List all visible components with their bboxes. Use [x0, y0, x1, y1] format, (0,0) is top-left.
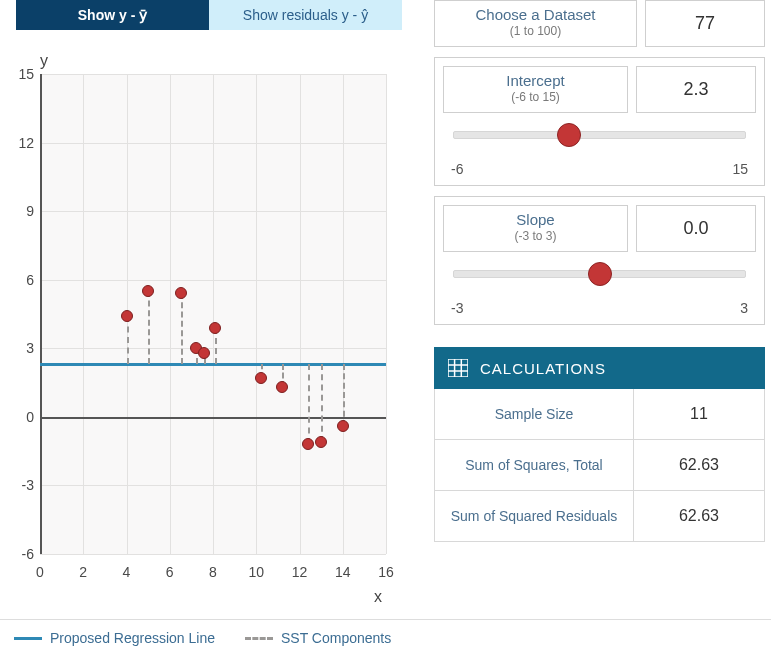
y-tick-label: 12 — [4, 135, 34, 151]
chart-legend: Proposed Regression Line SST Components — [0, 619, 771, 648]
x-tick-label: 14 — [328, 564, 358, 580]
x-tick-label: 12 — [285, 564, 315, 580]
calc-row: Sample Size11 — [435, 389, 764, 439]
sst-component — [181, 293, 183, 364]
dataset-range: (1 to 100) — [439, 24, 632, 38]
legend-line-solid-icon — [14, 637, 42, 640]
calculations-title: CALCULATIONS — [480, 360, 606, 377]
chart-wrap: y x -6-303691215 0246810121416 — [0, 34, 400, 594]
y-tick-label: -3 — [4, 477, 34, 493]
slope-label-text: Slope — [448, 211, 623, 228]
data-point — [337, 420, 349, 432]
y-tick-label: 3 — [4, 340, 34, 356]
x-tick-label: 16 — [371, 564, 401, 580]
x-tick-label: 0 — [25, 564, 55, 580]
data-point — [315, 436, 327, 448]
calc-row-value: 62.63 — [634, 491, 764, 541]
sst-component — [148, 291, 150, 364]
slope-min: -3 — [451, 300, 463, 316]
legend-sst: SST Components — [245, 630, 391, 646]
calculations-section: CALCULATIONS Sample Size11Sum of Squares… — [434, 335, 765, 542]
data-point — [276, 381, 288, 393]
data-point — [142, 285, 154, 297]
y-tick-label: -6 — [4, 546, 34, 562]
x-tick-label: 2 — [68, 564, 98, 580]
calc-row-value: 11 — [634, 389, 764, 439]
dataset-value[interactable]: 77 — [645, 0, 765, 47]
x-tick-label: 6 — [155, 564, 185, 580]
slope-slider-thumb[interactable] — [588, 262, 612, 286]
calculations-header: CALCULATIONS — [434, 347, 765, 389]
chart-mode-tabs: Show y - ȳ Show residuals y - ŷ — [16, 0, 402, 30]
data-point — [209, 322, 221, 334]
dataset-label-text: Choose a Dataset — [439, 6, 632, 23]
intercept-label-text: Intercept — [448, 72, 623, 89]
intercept-range: (-6 to 15) — [448, 90, 623, 104]
slope-control: Slope (-3 to 3) 0.0 -3 3 — [434, 196, 765, 325]
calc-row-label: Sum of Squared Residuals — [435, 491, 634, 541]
right-panel: Choose a Dataset (1 to 100) 77 Intercept… — [420, 0, 771, 648]
slope-max: 3 — [740, 300, 748, 316]
y-axis-title: y — [40, 52, 48, 70]
data-point — [198, 347, 210, 359]
regression-line — [40, 363, 386, 366]
legend-proposed-line: Proposed Regression Line — [14, 630, 215, 646]
x-axis-title: x — [374, 588, 382, 606]
y-tick-label: 15 — [4, 66, 34, 82]
intercept-max: 15 — [732, 161, 748, 177]
intercept-min: -6 — [451, 161, 463, 177]
calc-row-label: Sum of Squares, Total — [435, 440, 634, 490]
intercept-slider[interactable] — [453, 121, 746, 161]
dataset-label: Choose a Dataset (1 to 100) — [434, 0, 637, 47]
intercept-label: Intercept (-6 to 15) — [443, 66, 628, 113]
intercept-control: Intercept (-6 to 15) 2.3 -6 15 — [434, 57, 765, 186]
scatter-chart: y x -6-303691215 0246810121416 — [0, 34, 400, 594]
sst-component — [308, 364, 310, 444]
slope-value[interactable]: 0.0 — [636, 205, 756, 252]
data-point — [175, 287, 187, 299]
data-point — [255, 372, 267, 384]
x-tick-label: 10 — [241, 564, 271, 580]
tab-show-y-minus-ybar[interactable]: Show y - ȳ — [16, 0, 209, 30]
calc-row-label: Sample Size — [435, 389, 634, 439]
sst-component — [127, 316, 129, 364]
calculations-table: Sample Size11Sum of Squares, Total62.63S… — [434, 389, 765, 542]
y-tick-label: 0 — [4, 409, 34, 425]
table-icon — [448, 359, 468, 377]
dataset-control: Choose a Dataset (1 to 100) 77 — [434, 0, 765, 47]
intercept-slider-thumb[interactable] — [557, 123, 581, 147]
calc-row: Sum of Squared Residuals62.63 — [435, 490, 764, 541]
legend-proposed-label: Proposed Regression Line — [50, 630, 215, 646]
svg-rect-0 — [448, 359, 468, 377]
x-tick-label: 4 — [112, 564, 142, 580]
left-panel: Show y - ȳ Show residuals y - ŷ y x -6-… — [0, 0, 420, 648]
sst-component — [343, 364, 345, 426]
legend-line-dash-icon — [245, 637, 273, 640]
y-tick-label: 9 — [4, 203, 34, 219]
x-tick-label: 8 — [198, 564, 228, 580]
app-root: Show y - ȳ Show residuals y - ŷ y x -6-… — [0, 0, 771, 648]
tab-show-residuals[interactable]: Show residuals y - ŷ — [209, 0, 402, 30]
legend-sst-label: SST Components — [281, 630, 391, 646]
data-point — [302, 438, 314, 450]
intercept-value[interactable]: 2.3 — [636, 66, 756, 113]
slope-range: (-3 to 3) — [448, 229, 623, 243]
sst-component — [321, 364, 323, 442]
y-tick-label: 6 — [4, 272, 34, 288]
slope-slider[interactable] — [453, 260, 746, 300]
data-point — [121, 310, 133, 322]
slope-label: Slope (-3 to 3) — [443, 205, 628, 252]
calc-row: Sum of Squares, Total62.63 — [435, 439, 764, 490]
calc-row-value: 62.63 — [634, 440, 764, 490]
